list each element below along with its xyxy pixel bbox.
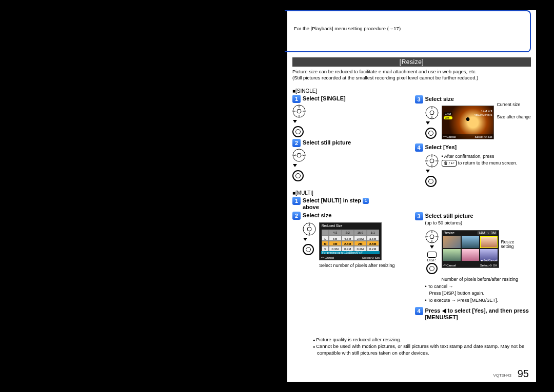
single-step-4-body: • After confirmation, press 🗑 / ↩ to ret…: [425, 153, 531, 189]
down-arrow-icon: [425, 120, 430, 127]
manual-page: For the [Playback] menu setting procedur…: [287, 10, 536, 382]
disp-label: DISP.: [427, 258, 436, 262]
step-badge-1: 1: [292, 197, 301, 205]
dpad-icon: [425, 230, 439, 243]
step-badge-4: 4: [415, 143, 423, 152]
callout-current-size: Current size: [497, 102, 521, 107]
svg-point-9: [430, 159, 434, 163]
footnotes: Picture quality is reduced after resizin…: [292, 337, 527, 356]
single-step-2: 2 Select still picture: [292, 139, 409, 147]
step-badge-2: 2: [292, 139, 301, 147]
step-badge-3: 3: [415, 212, 423, 220]
header-note-box: For the [Playback] menu setting procedur…: [285, 10, 531, 52]
dpad-lr-icon: [292, 149, 306, 162]
set-button-icon: [292, 126, 304, 137]
multi-subhead: ■[MULTI]: [292, 190, 409, 196]
disp-button-icon: [427, 252, 437, 258]
svg-point-5: [307, 227, 311, 231]
size-preview: 14M 3M 14M 4:3 4592×3448 5 ↶ Cancel Sele…: [442, 106, 494, 139]
footnote-b: Cannot be used with motion pictures, or …: [313, 343, 527, 357]
size-table: 4:33:216:91:1 L5M4.5M3.5M3.5M M3M2.5M2M2…: [322, 230, 379, 252]
page-number: 95: [518, 368, 529, 380]
single-step-1-controls: [292, 105, 409, 137]
left-arrow-icon: [442, 308, 446, 314]
callout-size-after: Size after change: [497, 115, 531, 119]
multi-thumbnail-grid: Resize 14M → 3M ■ Set/Cancel ↶ Cancel Se…: [442, 230, 499, 268]
trash-return-icon: 🗑 / ↩: [442, 160, 457, 167]
right-column: 3 Select size 14M: [415, 88, 531, 322]
step-badge-2: 2: [292, 212, 301, 220]
left-column: ■[SINGLE] 1 Select [SINGLE] 2 Select sti…: [292, 88, 409, 322]
step-badge-3: 3: [415, 95, 423, 104]
multi-step-1: 1 Select [MULTI] in step 1 above: [292, 197, 409, 211]
section-title: [Resize]: [292, 57, 531, 67]
footnote-a: Picture quality is reduced after resizin…: [313, 337, 527, 343]
down-arrow-icon: [303, 237, 308, 243]
reduced-size-preview: Reduced Size 4:33:216:91:1 L5M4.5M3.5M3.…: [319, 222, 382, 260]
multi-step-2-body: Reduced Size 4:33:216:91:1 L5M4.5M3.5M3.…: [303, 221, 409, 269]
single-step-2-controls: [292, 149, 409, 181]
callout-resize-setting: Resize setting: [501, 240, 527, 250]
down-arrow-icon: [429, 244, 434, 251]
svg-point-7: [430, 111, 434, 115]
inline-step-1: 1: [363, 198, 369, 204]
dpad-ud-icon: [425, 106, 439, 119]
document-id: VQT3H43: [493, 373, 511, 378]
set-button-icon: [425, 176, 437, 187]
single-step-3-body: 14M 3M 14M 4:3 4592×3448 5 ↶ Cancel Sele…: [425, 105, 531, 140]
set-button-icon: [303, 244, 314, 255]
set-button-icon: [292, 170, 304, 181]
svg-point-3: [297, 153, 301, 157]
multi-step-2: 2 Select size: [292, 212, 409, 220]
down-arrow-icon: [292, 119, 298, 125]
step-badge-4: 4: [415, 307, 423, 315]
down-arrow-icon: [292, 163, 298, 169]
dpad-icon: [425, 154, 439, 168]
svg-point-11: [430, 235, 434, 239]
multi-step-2-note: Select number of pixels after resizing: [319, 263, 409, 269]
single-step-4: 4 Select [Yes]: [415, 143, 531, 152]
single-subhead: ■[SINGLE]: [292, 88, 409, 94]
multi-step-3: 3 Select still picture (up to 50 picture…: [415, 212, 531, 228]
header-note-text: For the [Playback] menu setting procedur…: [294, 26, 401, 31]
single-step-1: 1 Select [SINGLE]: [292, 95, 409, 103]
dpad-icon: [292, 105, 306, 118]
set-button-icon: [425, 128, 437, 139]
content-columns: ■[SINGLE] 1 Select [SINGLE] 2 Select sti…: [292, 88, 531, 322]
multi-step-3-body: DISP. Resize 14M → 3M ■ Set/Cancel: [425, 229, 531, 304]
dpad-icon: [303, 222, 316, 236]
multi-step-4: 4 Press to select [Yes], and then press …: [415, 307, 531, 321]
step-badge-1: 1: [292, 95, 301, 103]
svg-point-1: [297, 109, 301, 113]
set-button-icon: [426, 263, 438, 274]
section-description: Picture size can be reduced to facilitat…: [292, 69, 531, 81]
down-arrow-icon: [425, 169, 430, 175]
